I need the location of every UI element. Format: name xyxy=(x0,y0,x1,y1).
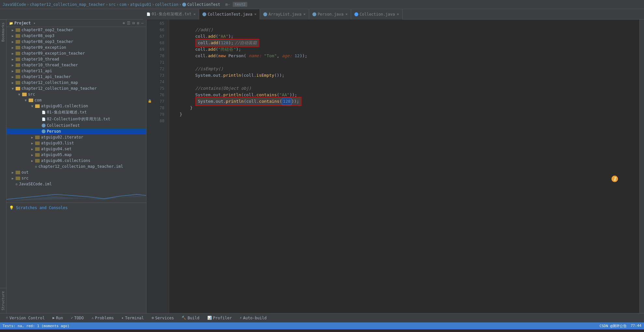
toolbar-version-control[interactable]: ⑂ Version Control xyxy=(3,315,48,321)
version-control-icon: ⑂ xyxy=(6,316,8,320)
tab-close[interactable]: ✕ xyxy=(397,12,399,16)
code-line-77: System.out.println(coll.contains(128)); xyxy=(174,98,639,105)
close-panel-icon[interactable]: — xyxy=(141,21,144,25)
sync-icon[interactable]: ⊕ xyxy=(123,21,125,25)
java-icon xyxy=(202,12,206,16)
tab-label: Collection.java xyxy=(360,12,395,17)
tree-item-src[interactable]: ▼ src xyxy=(7,91,146,97)
tree-item-atguigu03[interactable]: ▶ atguigu03.list xyxy=(7,140,146,146)
mini-chart xyxy=(7,190,146,203)
main-layout: Bookmarks Structure 📁 Project ▾ ⊕ ☰ ⊟ ⚙ … xyxy=(0,20,644,313)
toolbar-problems[interactable]: ⚠ Problems xyxy=(88,315,117,321)
tree-item-atguigu04[interactable]: ▶ atguigu04.set xyxy=(7,146,146,152)
breadcrumb-item[interactable]: CollectionTest xyxy=(182,2,220,7)
folder-icon xyxy=(35,136,40,139)
toolbar-build[interactable]: 🔨 Build xyxy=(178,315,202,321)
tree-item-src2[interactable]: ▶ src xyxy=(7,175,146,181)
line-numbers: 65 66 67 68 69 70 71 72 73 74 75 76 77 7… xyxy=(153,20,169,313)
folder-open-icon xyxy=(35,104,40,108)
folder-icon xyxy=(16,34,20,38)
java-class-icon xyxy=(42,129,46,133)
tree-item-chapter11b[interactable]: ▶ chapter11_api_teacher xyxy=(7,74,146,80)
breadcrumb-bar: JavaSECode › chapter12_collection_map_te… xyxy=(0,0,644,9)
tree-item-iml[interactable]: ▶ ⚙ chapter12_collection_map_teacher.iml xyxy=(7,164,146,169)
tab-collectiontest[interactable]: CollectionTest.java ✕ xyxy=(199,9,260,20)
folder-icon xyxy=(16,58,20,61)
breadcrumb-item[interactable]: src xyxy=(109,2,116,7)
txt-file-icon: 📄 xyxy=(42,111,46,114)
tree-item-chapter09a[interactable]: ▶ chapter09_exception xyxy=(7,45,146,50)
folder-icon xyxy=(16,63,20,67)
toolbar-profiler[interactable]: 📊 Profiler xyxy=(204,315,235,321)
tree-item-chapter08a[interactable]: ▶ chapter08_oop3 xyxy=(7,33,146,39)
arrow-icon: ▶ xyxy=(12,28,16,32)
breadcrumb-item[interactable]: chapter12_collection_map_teacher xyxy=(30,2,105,7)
folder-icon xyxy=(16,81,20,85)
java-interface-icon xyxy=(354,12,358,16)
collapse-icon[interactable]: ⊟ xyxy=(132,21,135,25)
toolbar-label: Version Control xyxy=(9,316,45,320)
code-line-75: //contains(Object obj) xyxy=(174,85,639,92)
java-icon xyxy=(312,12,316,16)
breadcrumb-item[interactable]: atguigu01 xyxy=(130,2,151,7)
tab-person[interactable]: Person.java ✕ xyxy=(309,9,351,20)
toolbar-todo[interactable]: ✓ TODO xyxy=(68,315,87,321)
tree-item-person-file[interactable]: ▶ Person xyxy=(7,128,146,134)
tree-item-chapter11a[interactable]: ▶ chapter11_api xyxy=(7,68,146,74)
tree-item-chapter10a[interactable]: ▶ chapter10_thread xyxy=(7,56,146,62)
toolbar-run[interactable]: ▶ Run xyxy=(49,315,66,321)
tab-label: 01-集合框架概述.txt xyxy=(152,11,192,17)
auto-build-icon: ⚡ xyxy=(240,316,242,320)
tree-item-file01[interactable]: ▶ 📄 01-集合框架概述.txt xyxy=(7,109,146,116)
toolbar-auto-build[interactable]: ⚡ Auto-build xyxy=(236,315,270,321)
code-editor[interactable]: 🔒 65 66 67 68 69 70 71 72 73 74 75 76 77 xyxy=(146,20,644,313)
tree-item-com[interactable]: ▼ com xyxy=(7,97,146,103)
tree-item-chapter07[interactable]: ▶ chapter07_oop2_teacher xyxy=(7,27,146,33)
tree-item-out[interactable]: ▶ out xyxy=(7,169,146,175)
tree-item-atguigu01[interactable]: ▼ atguigu01.collection xyxy=(7,103,146,109)
expand-icon[interactable]: ▾ xyxy=(34,21,36,25)
tree-item-file02[interactable]: ▶ 📄 02-Collection中的常用方法.txt xyxy=(7,116,146,123)
tree-item-javasecode-iml[interactable]: ▶ ⚙ JavaSECode.iml xyxy=(7,181,146,187)
tab-close[interactable]: ✕ xyxy=(345,12,348,16)
folder-icon xyxy=(16,69,20,73)
align-icon[interactable]: ☰ xyxy=(127,21,130,25)
tree-item-atguigu06[interactable]: ▶ atguigu06.collections xyxy=(7,158,146,164)
tree-item-atguigu02[interactable]: ▶ atguigu02.iterator xyxy=(7,134,146,140)
tree-item-chapter12b[interactable]: ▼ chapter12_collection_map_teacher xyxy=(7,86,146,91)
side-labels: Bookmarks Structure xyxy=(0,20,7,313)
tab-close[interactable]: ✕ xyxy=(303,12,306,16)
toolbar-terminal[interactable]: ▸ Terminal xyxy=(118,315,147,321)
folder-icon xyxy=(35,147,40,151)
code-line-69: coll.add("尚硅谷"); xyxy=(174,46,639,53)
breadcrumb-item[interactable]: JavaSECode xyxy=(3,2,26,7)
bookmarks-label[interactable]: Bookmarks xyxy=(0,20,6,45)
tab-arraylist[interactable]: ArrayList.java ✕ xyxy=(260,9,309,20)
code-line-78: } xyxy=(174,105,639,111)
tree-item-chapter12a[interactable]: ▶ chapter12_collection_map xyxy=(7,80,146,86)
code-line-65 xyxy=(174,20,639,27)
code-line-70: coll.add(new Person( name: "Tom", age: 1… xyxy=(174,53,639,59)
project-panel: 📁 Project ▾ ⊕ ☰ ⊟ ⚙ — ▶ chapter07_oop2_t… xyxy=(7,20,146,313)
tab-txt[interactable]: 📄 01-集合框架概述.txt ✕ xyxy=(143,9,199,20)
structure-label[interactable]: Structure xyxy=(0,288,6,313)
tab-close[interactable]: ✕ xyxy=(194,12,196,16)
code-line-80 xyxy=(174,118,639,124)
tree-item-chapter10b[interactable]: ▶ chapter10_thread_teacher xyxy=(7,62,146,68)
right-scrollbar[interactable] xyxy=(639,20,644,313)
toolbar-services[interactable]: ⚙ Services xyxy=(148,315,177,321)
breadcrumb-item[interactable]: collection xyxy=(155,2,178,7)
tab-collection-java[interactable]: Collection.java ✕ xyxy=(351,9,403,20)
tree-item-chapter08b[interactable]: ▶ chapter08_oop3_teacher xyxy=(7,39,146,45)
tree-item-collectiontest-file[interactable]: ▶ CollectionTest xyxy=(7,123,146,128)
scratches-bar[interactable]: 💡 Scratches and Consoles xyxy=(7,203,146,212)
tab-close[interactable]: ✕ xyxy=(254,12,256,16)
tree-item-atguigu05[interactable]: ▶ atguigu05.map xyxy=(7,152,146,158)
folder-icon xyxy=(16,75,20,79)
iml-icon: ⚙ xyxy=(35,165,37,168)
status-bar: Tests: na, red: 1 (moments ago) CSDN @测评… xyxy=(0,322,644,329)
tree-item-chapter09b[interactable]: ▶ chapter09_exception_teacher xyxy=(7,50,146,56)
toolbar-label: TODO xyxy=(74,316,84,320)
breadcrumb-item[interactable]: com xyxy=(119,2,127,7)
settings-icon[interactable]: ⚙ xyxy=(137,21,139,25)
